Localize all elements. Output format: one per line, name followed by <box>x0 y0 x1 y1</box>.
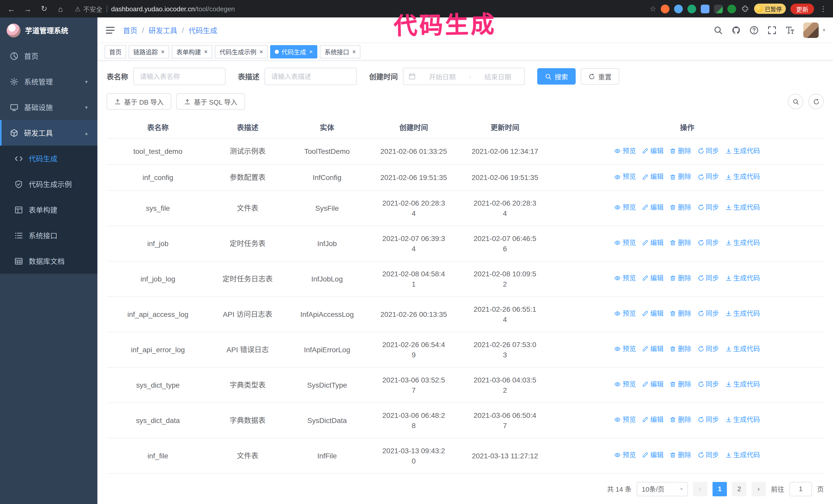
edit-link[interactable]: 编辑 <box>642 238 664 248</box>
sidebar-item-codegen[interactable]: 代码生成 <box>0 146 97 171</box>
table-desc-input[interactable] <box>264 68 357 85</box>
edit-link[interactable]: 编辑 <box>642 309 664 319</box>
extensions-puzzle-icon[interactable] <box>741 4 749 13</box>
preview-link[interactable]: 预览 <box>614 379 636 390</box>
sidebar-item-codegen-example[interactable]: 代码生成示例 <box>0 171 97 197</box>
user-avatar[interactable] <box>803 22 819 38</box>
breadcrumb-dev-tools[interactable]: 研发工具 <box>149 25 177 35</box>
delete-link[interactable]: 删除 <box>670 415 691 425</box>
edit-link[interactable]: 编辑 <box>642 202 664 213</box>
tab-codegen-example[interactable]: 代码生成示例 × <box>215 45 268 58</box>
avatar-caret-down-icon[interactable]: ▾ <box>823 27 825 33</box>
sidebar-item-system-management[interactable]: 系统管理 ▾ <box>0 69 97 94</box>
preview-link[interactable]: 预览 <box>614 146 636 156</box>
preview-link[interactable]: 预览 <box>614 172 636 182</box>
reset-button[interactable]: 重置 <box>581 68 619 85</box>
reload-button[interactable]: ↻ <box>38 3 50 15</box>
edit-link[interactable]: 编辑 <box>642 379 664 390</box>
hamburger-icon[interactable] <box>105 25 115 35</box>
preview-link[interactable]: 预览 <box>614 202 636 213</box>
preview-link[interactable]: 预览 <box>614 309 636 319</box>
browser-update-button[interactable]: 更新 <box>790 3 814 14</box>
close-icon[interactable]: × <box>352 48 356 55</box>
address-bar[interactable]: ⚠ 不安全 dashboard.yudao.iocoder.cn/tool/co… <box>71 4 646 14</box>
back-button[interactable]: ← <box>5 3 18 15</box>
page-button-1[interactable]: 1 <box>713 482 727 496</box>
help-icon[interactable] <box>749 25 759 34</box>
sync-link[interactable]: 同步 <box>697 146 719 156</box>
close-icon[interactable]: × <box>204 48 208 55</box>
delete-link[interactable]: 删除 <box>670 273 691 284</box>
extension-icon[interactable] <box>674 4 683 13</box>
search-button[interactable]: 搜索 <box>537 68 576 85</box>
generate-code-link[interactable]: 生成代码 <box>725 450 760 460</box>
browser-menu-icon[interactable]: ⋮ <box>819 5 828 13</box>
sync-link[interactable]: 同步 <box>697 379 719 390</box>
tab-tracing[interactable]: 链路追踪 × <box>129 45 169 58</box>
next-page-button[interactable]: › <box>752 482 766 496</box>
import-db-button[interactable]: 基于 DB 导入 <box>106 93 171 110</box>
edit-link[interactable]: 编辑 <box>642 450 664 460</box>
preview-link[interactable]: 预览 <box>614 415 636 425</box>
forward-button[interactable]: → <box>22 3 34 15</box>
delete-link[interactable]: 删除 <box>670 146 691 156</box>
profile-paused-badge[interactable]: 已暂停 <box>754 4 786 14</box>
extension-icon[interactable] <box>661 4 669 13</box>
page-size-select[interactable]: 10条/页 ▾ <box>637 482 688 496</box>
tab-form-builder[interactable]: 表单构建 × <box>172 45 212 58</box>
generate-code-link[interactable]: 生成代码 <box>725 146 760 156</box>
generate-code-link[interactable]: 生成代码 <box>725 309 760 319</box>
page-button-2[interactable]: 2 <box>732 482 746 496</box>
sync-link[interactable]: 同步 <box>697 450 719 460</box>
edit-link[interactable]: 编辑 <box>642 146 664 156</box>
home-button[interactable]: ⌂ <box>54 3 67 15</box>
sync-link[interactable]: 同步 <box>697 202 719 213</box>
generate-code-link[interactable]: 生成代码 <box>725 172 760 182</box>
extension-icon[interactable] <box>714 4 723 13</box>
delete-link[interactable]: 删除 <box>670 450 691 460</box>
sync-link[interactable]: 同步 <box>697 273 719 284</box>
goto-page-input[interactable] <box>789 482 812 496</box>
generate-code-link[interactable]: 生成代码 <box>725 379 760 390</box>
not-secure-label[interactable]: ⚠ 不安全 <box>75 4 102 14</box>
edit-link[interactable]: 编辑 <box>642 344 664 354</box>
preview-link[interactable]: 预览 <box>614 273 636 284</box>
tab-home[interactable]: 首页 <box>104 45 126 58</box>
sync-link[interactable]: 同步 <box>697 238 719 248</box>
delete-link[interactable]: 删除 <box>670 379 691 390</box>
delete-link[interactable]: 删除 <box>670 344 691 354</box>
edit-link[interactable]: 编辑 <box>642 273 664 284</box>
tab-codegen[interactable]: 代码生成 × <box>270 45 317 58</box>
sidebar-item-system-api[interactable]: 系统接口 <box>0 222 97 248</box>
close-icon[interactable]: × <box>161 48 165 55</box>
url-text[interactable]: dashboard.yudao.iocoder.cn/tool/codegen <box>111 5 235 13</box>
sync-link[interactable]: 同步 <box>697 309 719 319</box>
generate-code-link[interactable]: 生成代码 <box>725 273 760 284</box>
font-size-icon[interactable] <box>785 25 794 34</box>
import-sql-button[interactable]: 基于 SQL 导入 <box>176 93 245 110</box>
extension-icon[interactable] <box>728 4 736 13</box>
bookmark-star-icon[interactable]: ☆ <box>650 5 656 13</box>
sync-link[interactable]: 同步 <box>697 344 719 354</box>
fullscreen-icon[interactable] <box>767 25 777 34</box>
sidebar-item-form-builder[interactable]: 表单构建 <box>0 197 97 222</box>
sync-link[interactable]: 同步 <box>697 172 719 182</box>
prev-page-button[interactable]: ‹ <box>693 482 708 496</box>
delete-link[interactable]: 删除 <box>670 238 691 248</box>
refresh-table-button[interactable] <box>808 94 824 109</box>
preview-link[interactable]: 预览 <box>614 450 636 460</box>
search-icon[interactable] <box>714 25 723 34</box>
edit-link[interactable]: 编辑 <box>642 415 664 425</box>
generate-code-link[interactable]: 生成代码 <box>725 202 760 213</box>
app-logo[interactable]: 芋道管理系统 <box>0 18 97 43</box>
close-icon[interactable]: × <box>259 48 263 55</box>
delete-link[interactable]: 删除 <box>670 172 691 182</box>
preview-link[interactable]: 预览 <box>614 344 636 354</box>
preview-link[interactable]: 预览 <box>614 238 636 248</box>
sidebar-item-home[interactable]: 首页 <box>0 43 97 69</box>
edit-link[interactable]: 编辑 <box>642 172 664 182</box>
extension-icon[interactable] <box>687 4 696 13</box>
sync-link[interactable]: 同步 <box>697 415 719 425</box>
date-range-picker[interactable]: 开始日期 - 结束日期 <box>403 68 525 85</box>
github-icon[interactable] <box>732 25 741 34</box>
